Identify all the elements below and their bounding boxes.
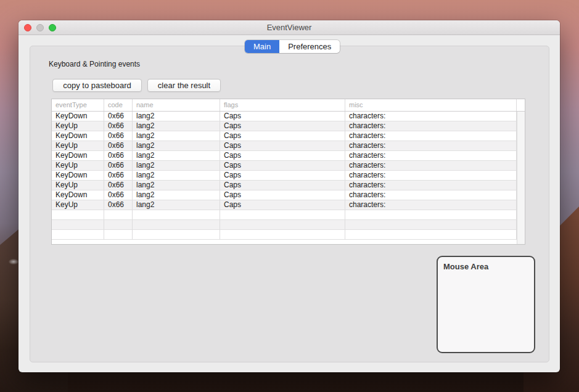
cell-name: lang2: [133, 112, 220, 121]
cell-name: lang2: [133, 181, 220, 190]
cell-misc: characters:: [345, 131, 517, 141]
cell-code: 0x66: [104, 200, 133, 210]
titlebar[interactable]: EventViewer: [18, 20, 560, 35]
cell-name: [133, 230, 220, 240]
cell-name: [133, 210, 220, 220]
table-row[interactable]: KeyUp0x66lang2Capscharacters:: [52, 200, 525, 210]
table-row[interactable]: KeyDown0x66lang2Capscharacters:: [52, 151, 525, 161]
cell-code: 0x66: [104, 131, 133, 141]
cell-name: lang2: [133, 161, 220, 171]
window-title: EventViewer: [18, 20, 560, 35]
section-label: Keyboard & Pointing events: [49, 60, 140, 68]
table-scrollbar-track[interactable]: [517, 112, 525, 244]
cell-name: lang2: [133, 171, 220, 181]
cell-eventType: [52, 230, 104, 240]
mouse-area-label: Mouse Area: [438, 257, 534, 271]
cell-name: lang2: [133, 141, 220, 151]
cell-misc: characters:: [345, 161, 517, 171]
table-row[interactable]: KeyDown0x66lang2Capscharacters:: [52, 190, 525, 200]
tab-main[interactable]: Main: [245, 40, 279, 53]
table-row[interactable]: KeyUp0x66lang2Capscharacters:: [52, 161, 525, 171]
cell-flags: Caps: [220, 200, 345, 210]
cell-misc: characters:: [345, 190, 517, 200]
copy-to-pasteboard-button[interactable]: copy to pasteboard: [52, 79, 142, 92]
mouse-area[interactable]: Mouse Area: [437, 256, 535, 353]
cell-code: 0x66: [104, 151, 133, 161]
cell-eventType: KeyDown: [52, 131, 104, 141]
column-header-name[interactable]: name: [133, 99, 220, 111]
cell-eventType: [52, 210, 104, 220]
clear-result-button[interactable]: clear the result: [147, 79, 221, 92]
desktop-wallpaper: EventViewer Main Preferences Keyboard & …: [0, 0, 579, 392]
cell-misc: characters:: [345, 181, 517, 190]
minimize-button[interactable]: [36, 24, 44, 31]
cell-flags: Caps: [220, 161, 345, 171]
tab-view-panel: Keyboard & Pointing events copy to paste…: [30, 46, 549, 362]
cell-misc: characters:: [345, 200, 517, 210]
cell-code: 0x66: [104, 181, 133, 190]
table-row[interactable]: KeyDown0x66lang2Capscharacters:: [52, 112, 525, 121]
table-row[interactable]: [52, 230, 525, 240]
cell-misc: characters:: [345, 141, 517, 151]
cell-flags: Caps: [220, 171, 345, 181]
table-row[interactable]: KeyUp0x66lang2Capscharacters:: [52, 141, 525, 151]
cell-code: [104, 220, 133, 230]
cell-flags: [220, 210, 345, 220]
column-header-flags[interactable]: flags: [220, 99, 345, 111]
cell-name: lang2: [133, 121, 220, 131]
cell-code: 0x66: [104, 141, 133, 151]
column-header-eventType[interactable]: eventType: [52, 99, 104, 111]
cell-misc: [345, 220, 517, 230]
event-table-body: KeyDown0x66lang2Capscharacters:KeyUp0x66…: [52, 112, 525, 244]
cell-eventType: [52, 220, 104, 230]
cell-eventType: KeyUp: [52, 200, 104, 210]
tab-preferences[interactable]: Preferences: [279, 40, 340, 53]
cell-misc: characters:: [345, 121, 517, 131]
cell-name: lang2: [133, 200, 220, 210]
table-row[interactable]: [52, 210, 525, 220]
cell-eventType: KeyDown: [52, 112, 104, 121]
cell-code: 0x66: [104, 171, 133, 181]
cell-misc: [345, 210, 517, 220]
zoom-button[interactable]: [49, 24, 56, 31]
cell-flags: Caps: [220, 131, 345, 141]
cell-name: lang2: [133, 190, 220, 200]
table-row[interactable]: KeyUp0x66lang2Capscharacters:: [52, 121, 525, 131]
cell-code: 0x66: [104, 190, 133, 200]
column-header-misc[interactable]: misc: [345, 99, 517, 111]
cell-flags: [220, 230, 345, 240]
cell-flags: Caps: [220, 141, 345, 151]
event-table-header: eventType code name flags misc: [52, 99, 525, 112]
cell-eventType: KeyUp: [52, 181, 104, 190]
cell-code: 0x66: [104, 112, 133, 121]
cell-flags: Caps: [220, 112, 345, 121]
cell-code: 0x66: [104, 121, 133, 131]
column-header-code[interactable]: code: [104, 99, 133, 111]
cell-name: [133, 220, 220, 230]
table-row[interactable]: KeyDown0x66lang2Capscharacters:: [52, 171, 525, 181]
cell-flags: [220, 220, 345, 230]
cell-eventType: KeyUp: [52, 141, 104, 151]
table-row[interactable]: KeyUp0x66lang2Capscharacters:: [52, 181, 525, 190]
cell-eventType: KeyDown: [52, 190, 104, 200]
event-table: eventType code name flags misc KeyDown0x…: [51, 99, 525, 245]
cell-code: [104, 210, 133, 220]
cell-misc: characters:: [345, 171, 517, 181]
cell-misc: [345, 230, 517, 240]
cell-name: lang2: [133, 131, 220, 141]
traffic-lights: [24, 24, 56, 31]
cell-eventType: KeyDown: [52, 151, 104, 161]
cell-name: lang2: [133, 151, 220, 161]
cell-code: [104, 230, 133, 240]
cell-misc: characters:: [345, 151, 517, 161]
close-button[interactable]: [24, 24, 31, 31]
column-header-scroll-stub: [517, 99, 525, 111]
cell-flags: Caps: [220, 181, 345, 190]
cell-misc: characters:: [345, 112, 517, 121]
cell-flags: Caps: [220, 190, 345, 200]
tab-segmented-control: Main Preferences: [245, 40, 340, 53]
wallpaper-rocks: [0, 370, 579, 392]
table-row[interactable]: [52, 220, 525, 230]
table-row[interactable]: KeyDown0x66lang2Capscharacters:: [52, 131, 525, 141]
cell-eventType: KeyUp: [52, 161, 104, 171]
